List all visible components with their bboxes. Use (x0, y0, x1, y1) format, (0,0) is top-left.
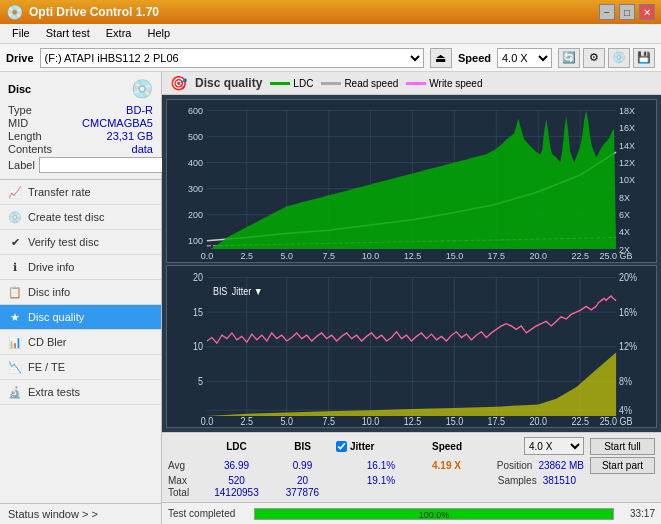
svg-text:12.5: 12.5 (404, 251, 421, 261)
charts-container: 600 500 400 300 200 100 18X 16X 14X 12X … (162, 95, 661, 432)
menu-help[interactable]: Help (139, 26, 178, 41)
progress-percent: 100.0% (255, 509, 613, 521)
menubar: File Start test Extra Help (0, 24, 661, 44)
avg-label: Avg (168, 460, 198, 471)
max-bis-val: 20 (275, 475, 330, 486)
sidebar-item-fe-te[interactable]: 📉 FE / TE (0, 355, 161, 380)
status-window-button[interactable]: Status window > > (0, 503, 161, 524)
start-part-button[interactable]: Start part (590, 457, 655, 474)
speed-col-header: Speed (432, 441, 462, 452)
menu-start-test[interactable]: Start test (38, 26, 98, 41)
svg-text:100: 100 (188, 236, 203, 246)
svg-text:4%: 4% (619, 404, 632, 416)
ldc-col-header: LDC (204, 441, 269, 452)
type-label: Type (8, 104, 32, 116)
avg-jitter-val: 16.1% (336, 460, 426, 471)
svg-text:Jitter ▼: Jitter ▼ (232, 285, 263, 297)
create-test-disc-icon: 💿 (8, 210, 22, 224)
sidebar-item-label-drive-info: Drive info (28, 261, 74, 273)
length-label: Length (8, 130, 42, 142)
sidebar-item-extra-tests[interactable]: 🔬 Extra tests (0, 380, 161, 405)
label-key: Label (8, 159, 35, 171)
disc-icon: 💿 (131, 78, 153, 100)
svg-text:5.0: 5.0 (281, 251, 293, 261)
sidebar-item-label-cd-bler: CD Bler (28, 336, 67, 348)
sidebar-item-disc-quality[interactable]: ★ Disc quality (0, 305, 161, 330)
jitter-checkbox[interactable] (336, 441, 347, 452)
svg-text:2.5: 2.5 (241, 415, 253, 427)
chart1-svg: 600 500 400 300 200 100 18X 16X 14X 12X … (167, 100, 656, 262)
disc-button[interactable]: 💿 (608, 48, 630, 68)
contents-label: Contents (8, 143, 52, 155)
svg-text:16%: 16% (619, 305, 637, 317)
drive-label: Drive (6, 52, 34, 64)
menu-extra[interactable]: Extra (98, 26, 140, 41)
svg-text:400: 400 (188, 157, 203, 167)
close-button[interactable]: ✕ (639, 4, 655, 20)
sidebar-item-drive-info[interactable]: ℹ Drive info (0, 255, 161, 280)
status-window-label: Status window > > (8, 508, 98, 520)
max-label: Max (168, 475, 198, 486)
svg-text:20.0: 20.0 (530, 415, 548, 427)
speed-display-select[interactable]: 4.0 X (524, 437, 584, 455)
avg-bis-val: 0.99 (275, 460, 330, 471)
ldc-legend-color (270, 82, 290, 85)
bis-col-header: BIS (275, 441, 330, 452)
disc-info-icon: 📋 (8, 285, 22, 299)
svg-text:20.0: 20.0 (530, 251, 547, 261)
menu-file[interactable]: File (4, 26, 38, 41)
app-icon: 💿 (6, 4, 23, 20)
sidebar-item-transfer-rate[interactable]: 📈 Transfer rate (0, 180, 161, 205)
label-input[interactable] (39, 157, 168, 173)
start-full-button[interactable]: Start full (590, 438, 655, 455)
total-bis-val: 377876 (275, 487, 330, 498)
sidebar-item-disc-info[interactable]: 📋 Disc info (0, 280, 161, 305)
svg-text:BIS: BIS (213, 285, 228, 297)
minimize-button[interactable]: − (599, 4, 615, 20)
svg-text:8%: 8% (619, 375, 632, 387)
svg-text:15.0: 15.0 (446, 251, 463, 261)
svg-text:600: 600 (188, 105, 203, 115)
status-text: Test completed (168, 508, 248, 519)
svg-text:300: 300 (188, 184, 203, 194)
svg-text:18X: 18X (619, 105, 635, 115)
disc-panel: Disc 💿 Type BD-R MID CMCMAGBA5 Length 23… (0, 72, 161, 180)
disc-title: Disc (8, 83, 31, 95)
extra-tests-icon: 🔬 (8, 385, 22, 399)
svg-text:500: 500 (188, 131, 203, 141)
progress-bar: 100.0% (254, 508, 614, 520)
svg-text:10X: 10X (619, 175, 635, 185)
position-val: 23862 MB (538, 460, 584, 471)
maximize-button[interactable]: □ (619, 4, 635, 20)
svg-text:8X: 8X (619, 193, 630, 203)
read-speed-legend-color (321, 82, 341, 85)
drive-select[interactable]: (F:) ATAPI iHBS112 2 PL06 (40, 48, 424, 68)
disc-type-value: BD-R (126, 104, 153, 116)
settings-button[interactable]: ⚙ (583, 48, 605, 68)
chart2-svg: 20 15 10 5 20% 16% 12% 8% 4% (167, 266, 656, 428)
refresh-button[interactable]: 🔄 (558, 48, 580, 68)
elapsed-time: 33:17 (620, 508, 655, 519)
progress-section: Test completed 100.0% 33:17 (162, 502, 661, 524)
sidebar-item-cd-bler[interactable]: 📊 CD Bler (0, 330, 161, 355)
avg-speed-val: 4.19 X (432, 460, 461, 471)
disc-quality-icon: ★ (8, 310, 22, 324)
drive-info-icon: ℹ (8, 260, 22, 274)
sidebar-item-verify-test-disc[interactable]: ✔ Verify test disc (0, 230, 161, 255)
max-ldc-val: 520 (204, 475, 269, 486)
svg-text:16X: 16X (619, 123, 635, 133)
chart2-wrapper: 20 15 10 5 20% 16% 12% 8% 4% (166, 265, 657, 429)
speed-select[interactable]: 4.0 X 1.0 X 2.0 X 8.0 X (497, 48, 552, 68)
sidebar-item-label-verify-test-disc: Verify test disc (28, 236, 99, 248)
eject-button[interactable]: ⏏ (430, 48, 452, 68)
max-jitter-val: 19.1% (336, 475, 426, 486)
svg-text:20%: 20% (619, 271, 637, 283)
sidebar: Disc 💿 Type BD-R MID CMCMAGBA5 Length 23… (0, 72, 162, 524)
write-speed-legend-label: Write speed (429, 78, 482, 89)
save-button[interactable]: 💾 (633, 48, 655, 68)
svg-text:6X: 6X (619, 210, 630, 220)
sidebar-item-create-test-disc[interactable]: 💿 Create test disc (0, 205, 161, 230)
write-speed-legend-color (406, 82, 426, 85)
svg-text:15: 15 (193, 305, 203, 317)
svg-text:22.5: 22.5 (571, 251, 588, 261)
